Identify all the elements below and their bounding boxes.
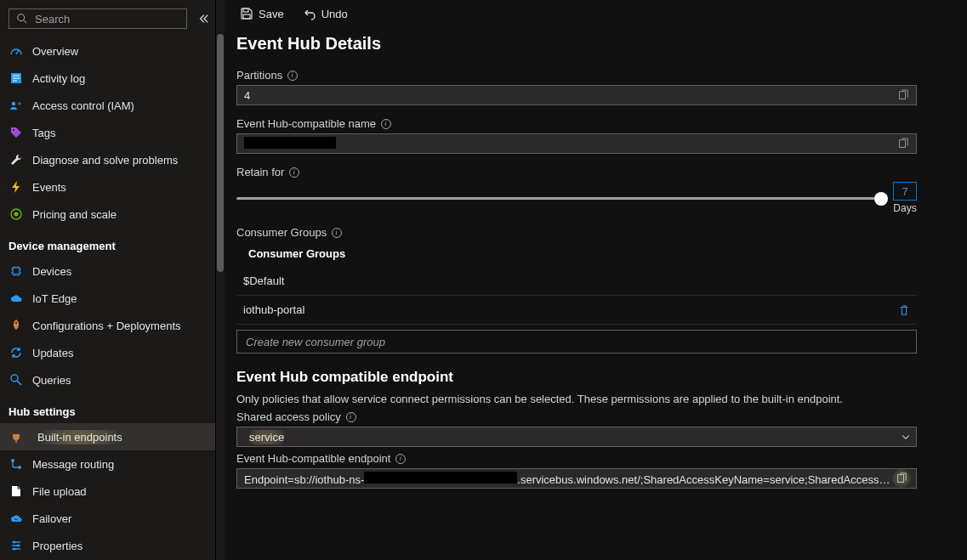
sidebar-item-overview[interactable]: Overview bbox=[0, 37, 215, 65]
sidebar-item-activity-log[interactable]: Activity log bbox=[0, 65, 215, 92]
failover-icon bbox=[9, 512, 24, 525]
sidebar-item-label: Access control (IAM) bbox=[32, 99, 207, 112]
sidebar-item-label: Diagnose and solve problems bbox=[32, 154, 207, 167]
svg-rect-27 bbox=[900, 92, 906, 99]
undo-button[interactable]: Undo bbox=[299, 5, 351, 22]
wrench-icon bbox=[9, 153, 24, 167]
svg-point-23 bbox=[17, 545, 20, 547]
refresh-icon bbox=[9, 346, 24, 359]
sidebar-item-label: Queries bbox=[32, 374, 207, 387]
props-icon bbox=[9, 539, 24, 552]
consumer-group-row: iothub-portal bbox=[236, 296, 917, 325]
svg-point-18 bbox=[18, 466, 21, 469]
sidebar-item-label: Overview bbox=[32, 45, 207, 58]
redacted-block bbox=[364, 472, 517, 484]
svg-rect-12 bbox=[13, 268, 20, 274]
route-icon bbox=[9, 457, 24, 471]
sidebar-search[interactable] bbox=[9, 8, 187, 29]
sidebar-item-diagnose-and-solve-problems[interactable]: Diagnose and solve problems bbox=[0, 146, 215, 173]
save-icon bbox=[240, 7, 253, 20]
svg-point-8 bbox=[18, 102, 20, 105]
sidebar-item-iot-edge[interactable]: IoT Edge bbox=[0, 285, 215, 312]
compat-endpoint-field: Endpoint=sb://iothub-ns-.servicebus.wind… bbox=[236, 468, 917, 489]
sidebar-item-label: Events bbox=[32, 181, 207, 194]
info-icon[interactable] bbox=[395, 454, 406, 464]
sidebar-item-devices[interactable]: Devices bbox=[0, 257, 215, 285]
plug-icon bbox=[9, 430, 24, 444]
target-icon bbox=[9, 207, 24, 221]
sidebar-section-header: Hub settings bbox=[0, 393, 215, 423]
sidebar-item-pricing-and-scale[interactable]: Pricing and scale bbox=[0, 201, 215, 228]
retain-slider[interactable] bbox=[236, 197, 885, 200]
save-button[interactable]: Save bbox=[236, 5, 287, 22]
svg-point-0 bbox=[18, 14, 25, 21]
info-icon[interactable] bbox=[346, 412, 356, 422]
info-icon[interactable] bbox=[289, 167, 299, 178]
search-icon bbox=[16, 13, 28, 25]
svg-point-13 bbox=[15, 322, 17, 324]
compat-endpoint-label: Event Hub-compatible endpoint bbox=[236, 452, 950, 465]
consumer-groups-label: Consumer Groups bbox=[236, 226, 950, 239]
sidebar-item-file-upload[interactable]: File upload bbox=[0, 478, 215, 505]
partitions-label: Partitions bbox=[236, 69, 950, 82]
sidebar-item-label: File upload bbox=[32, 485, 207, 498]
svg-point-7 bbox=[12, 102, 15, 105]
sidebar-item-label: Message routing bbox=[32, 458, 207, 471]
slider-thumb[interactable] bbox=[874, 192, 888, 206]
copy-icon[interactable] bbox=[896, 88, 911, 103]
svg-point-11 bbox=[14, 212, 19, 217]
redacted-block bbox=[244, 137, 336, 149]
partitions-value: 4 bbox=[244, 89, 896, 102]
search-input[interactable] bbox=[33, 12, 179, 26]
sidebar-item-events[interactable]: Events bbox=[0, 173, 215, 201]
iam-icon bbox=[9, 99, 24, 112]
sidebar-item-configurations-deployments[interactable]: Configurations + Deployments bbox=[0, 312, 215, 339]
ehname-value bbox=[244, 137, 896, 151]
sidebar-item-label: Tags bbox=[32, 127, 207, 139]
rocket-icon bbox=[9, 319, 24, 332]
content-scrollbar[interactable] bbox=[216, 0, 225, 560]
sidebar-item-message-routing[interactable]: Message routing bbox=[0, 450, 215, 478]
compat-endpoint-value: Endpoint=sb://iothub-ns-.servicebus.wind… bbox=[244, 472, 892, 486]
svg-line-15 bbox=[17, 381, 21, 385]
info-icon[interactable] bbox=[332, 228, 342, 238]
info-icon[interactable] bbox=[287, 71, 298, 81]
sidebar-item-failover[interactable]: Failover bbox=[0, 505, 215, 532]
retain-unit: Days bbox=[893, 202, 916, 214]
sidebar-item-updates[interactable]: Updates bbox=[0, 339, 215, 366]
retain-days-input[interactable] bbox=[893, 182, 917, 201]
main-panel: Save Undo Event Hub Details Partitions 4… bbox=[225, 0, 967, 560]
ehname-field bbox=[236, 133, 917, 154]
bolt-icon bbox=[9, 180, 24, 194]
file-icon bbox=[9, 484, 24, 498]
page-title: Event Hub Details bbox=[236, 34, 950, 54]
svg-rect-25 bbox=[243, 8, 248, 12]
log-icon bbox=[9, 71, 24, 85]
sidebar-item-built-in-endpoints[interactable]: Built-in endpoints bbox=[0, 423, 215, 450]
chip-icon bbox=[9, 264, 24, 278]
consumer-groups-header: Consumer Groups bbox=[236, 242, 917, 267]
copy-icon[interactable] bbox=[892, 469, 911, 488]
svg-point-9 bbox=[13, 129, 14, 131]
chevron-down-icon bbox=[901, 432, 911, 442]
sidebar-item-access-control-iam-[interactable]: Access control (IAM) bbox=[0, 92, 215, 119]
sidebar-item-label: Configurations + Deployments bbox=[32, 320, 207, 332]
svg-line-1 bbox=[24, 20, 27, 24]
save-label: Save bbox=[259, 8, 284, 20]
svg-point-24 bbox=[14, 548, 16, 551]
sidebar-item-tags[interactable]: Tags bbox=[0, 119, 215, 146]
sidebar-item-queries[interactable]: Queries bbox=[0, 366, 215, 393]
sidebar: OverviewActivity logAccess control (IAM)… bbox=[0, 0, 216, 560]
info-icon[interactable] bbox=[381, 119, 391, 129]
shared-access-policy-select[interactable]: service bbox=[236, 427, 917, 447]
collapse-sidebar-button[interactable] bbox=[194, 11, 213, 26]
delete-icon[interactable] bbox=[896, 303, 912, 318]
ehname-label: Event Hub-compatible name bbox=[236, 117, 950, 130]
sidebar-item-label: Devices bbox=[32, 265, 207, 278]
create-consumer-group-input[interactable] bbox=[236, 330, 917, 354]
copy-icon[interactable] bbox=[896, 136, 911, 151]
consumer-group-row: $Default bbox=[236, 267, 917, 296]
sidebar-item-properties[interactable]: Properties bbox=[0, 532, 215, 559]
sidebar-section-header: Device management bbox=[0, 228, 215, 257]
speedometer-icon bbox=[9, 44, 24, 58]
